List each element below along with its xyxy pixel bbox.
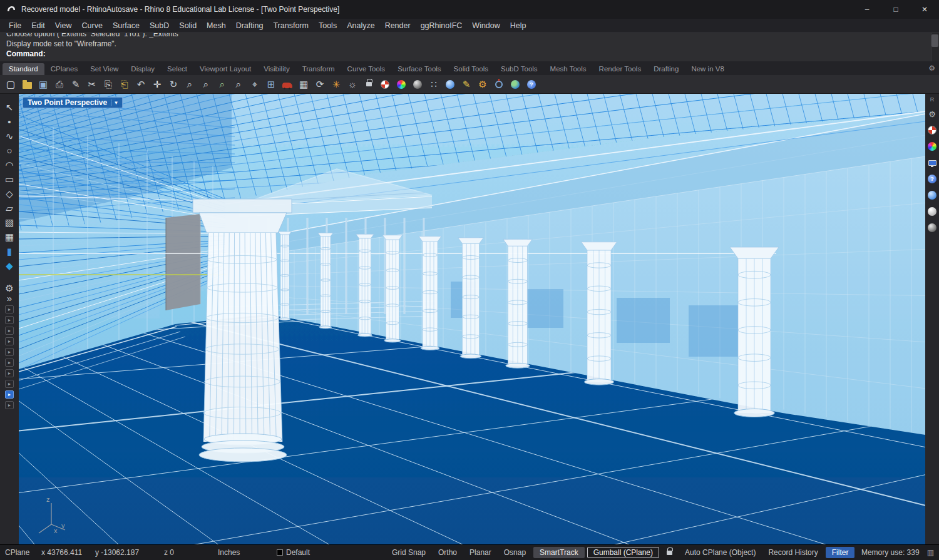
chevron-down-icon[interactable]: ▾: [111, 99, 118, 106]
toolbar-group-toggle-6[interactable]: ▸: [5, 359, 14, 367]
tab-options-gear-icon[interactable]: ⚙: [928, 64, 935, 73]
lamp-icon[interactable]: ☼: [344, 77, 361, 92]
status-toggle-osnap[interactable]: Osnap: [498, 547, 532, 558]
status-toggle-auto-cplane-object[interactable]: Auto CPlane (Object): [679, 547, 762, 558]
menu-mesh[interactable]: Mesh: [202, 21, 231, 30]
layer-icon[interactable]: [377, 77, 393, 92]
menu-help[interactable]: Help: [505, 21, 531, 30]
paint-tool-icon[interactable]: ▮: [3, 244, 16, 258]
display-modes-icon[interactable]: ▦: [295, 77, 312, 92]
panel-settings-icon[interactable]: ⚙: [927, 109, 937, 119]
zoom-selected-icon[interactable]: ⌕: [214, 77, 230, 92]
save-icon[interactable]: ▣: [35, 77, 51, 92]
viewport-two-point-perspective[interactable]: zxy Two Point Perspective ▾: [19, 94, 925, 544]
solid-tool-icon[interactable]: ▧: [3, 215, 16, 230]
menu-transform[interactable]: Transform: [268, 21, 314, 30]
help-icon[interactable]: [523, 77, 540, 92]
toolbar-group-toggle-10[interactable]: ▸: [5, 401, 14, 409]
panel-layers-icon[interactable]: [927, 125, 937, 135]
zoom-extents-icon[interactable]: ⌕: [230, 77, 247, 92]
menu-view[interactable]: View: [50, 21, 77, 30]
panel-render-icon[interactable]: [927, 190, 937, 200]
status-toggle-ortho[interactable]: Ortho: [432, 547, 463, 558]
tab-mesh-tools[interactable]: Mesh Tools: [544, 63, 593, 75]
copy-icon[interactable]: ⎘: [100, 77, 116, 92]
toolbar-more-icon[interactable]: »: [3, 293, 16, 303]
arc-tool-icon[interactable]: ◠: [3, 158, 16, 172]
tab-curve-tools[interactable]: Curve Tools: [341, 63, 392, 75]
select-tool-icon[interactable]: ↖: [3, 100, 16, 115]
menu-render[interactable]: Render: [380, 21, 416, 30]
menu-curve[interactable]: Curve: [77, 21, 108, 30]
toolbar-group-toggle-9[interactable]: ▸: [5, 390, 14, 399]
tab-set-view[interactable]: Set View: [84, 63, 125, 75]
status-toggle-planar[interactable]: Planar: [463, 547, 498, 558]
toolbar-group-toggle-7[interactable]: ▸: [5, 369, 14, 377]
car-display-icon[interactable]: [279, 77, 295, 92]
viewport-layout-icon[interactable]: ⊞: [263, 77, 279, 92]
render-icon[interactable]: [442, 77, 458, 92]
tab-select[interactable]: Select: [161, 63, 193, 75]
menu-analyze[interactable]: Analyze: [342, 21, 379, 30]
mesh-tool-icon[interactable]: ▦: [3, 230, 16, 244]
color-wheel-icon[interactable]: [393, 77, 409, 92]
options-gear-icon[interactable]: ⚙: [475, 77, 491, 92]
menu-subd[interactable]: SubD: [145, 21, 174, 30]
toolbar-settings-icon[interactable]: ⚙: [3, 283, 16, 293]
tab-solid-tools[interactable]: Solid Tools: [448, 63, 495, 75]
menu-file[interactable]: File: [4, 21, 26, 30]
tab-cplanes[interactable]: CPlanes: [44, 63, 84, 75]
paste-icon[interactable]: ⎗: [116, 77, 133, 92]
command-prompt[interactable]: Command:: [6, 49, 939, 59]
circle-tool-icon[interactable]: ○: [3, 143, 16, 158]
display-sphere-icon[interactable]: [409, 77, 426, 92]
tab-subd-tools[interactable]: SubD Tools: [495, 63, 544, 75]
cplane-selector[interactable]: CPlane: [5, 548, 41, 557]
panel-display-icon[interactable]: [927, 141, 937, 151]
lights-icon[interactable]: ✳: [328, 77, 344, 92]
rectangle-tool-icon[interactable]: ▭: [3, 172, 16, 186]
tab-viewport-layout[interactable]: Viewport Layout: [193, 63, 257, 75]
menu-window[interactable]: Window: [467, 21, 505, 30]
menu-edit[interactable]: Edit: [26, 21, 50, 30]
set-view-icon[interactable]: ⟳: [312, 77, 328, 92]
tab-standard[interactable]: Standard: [3, 63, 44, 75]
panel-help-icon[interactable]: [927, 174, 937, 184]
gumball-icon[interactable]: [491, 77, 507, 92]
panel-materials-icon[interactable]: [927, 206, 937, 216]
grid-options-icon[interactable]: ∷: [426, 77, 442, 92]
zoom-target-icon[interactable]: ⌖: [247, 77, 263, 92]
undo-icon[interactable]: ↶: [133, 77, 149, 92]
command-area[interactable]: Choose option ( Extents Selected 1To1 ):…: [0, 33, 939, 61]
tab-display[interactable]: Display: [125, 63, 161, 75]
command-scrollbar[interactable]: [931, 33, 939, 61]
open-file-icon[interactable]: [19, 77, 35, 92]
menu-ggrhinoifc[interactable]: ggRhinoIFC: [416, 21, 468, 30]
viewport-canvas[interactable]: zxy: [19, 94, 925, 544]
command-scrollbar-thumb[interactable]: [931, 34, 938, 47]
tab-surface-tools[interactable]: Surface Tools: [391, 63, 447, 75]
toolbar-group-toggle-5[interactable]: ▸: [5, 348, 14, 356]
tab-new-in-v8[interactable]: New in V8: [685, 63, 730, 75]
cut-icon[interactable]: ✂: [84, 77, 100, 92]
tab-drafting[interactable]: Drafting: [647, 63, 685, 75]
properties-page-icon[interactable]: ✎: [68, 77, 84, 92]
viewport-title[interactable]: Two Point Perspective ▾: [23, 97, 123, 108]
new-file-icon[interactable]: ▢: [3, 77, 19, 92]
toolbar-group-toggle-2[interactable]: ▸: [5, 316, 14, 324]
zoom-dynamic-icon[interactable]: ⌕: [182, 77, 198, 92]
toolbar-group-toggle-1[interactable]: ▸: [5, 305, 14, 313]
rotate-view-icon[interactable]: ↻: [165, 77, 182, 92]
point-tool-icon[interactable]: •: [3, 115, 16, 129]
annotate-icon[interactable]: ✎: [458, 77, 475, 92]
curve-tool-icon[interactable]: ∿: [3, 129, 16, 143]
tab-visibility[interactable]: Visibility: [257, 63, 295, 75]
panel-libraries-icon[interactable]: [927, 223, 937, 233]
surface-tool-icon[interactable]: ▱: [3, 201, 16, 215]
status-toggle-gumball-cplane[interactable]: Gumball (CPlane): [587, 547, 659, 558]
close-button[interactable]: ✕: [910, 0, 939, 19]
units-selector[interactable]: Inches: [218, 548, 277, 557]
status-toggle-record-history[interactable]: Record History: [762, 547, 824, 558]
menu-solid[interactable]: Solid: [174, 21, 202, 30]
tab-render-tools[interactable]: Render Tools: [593, 63, 648, 75]
